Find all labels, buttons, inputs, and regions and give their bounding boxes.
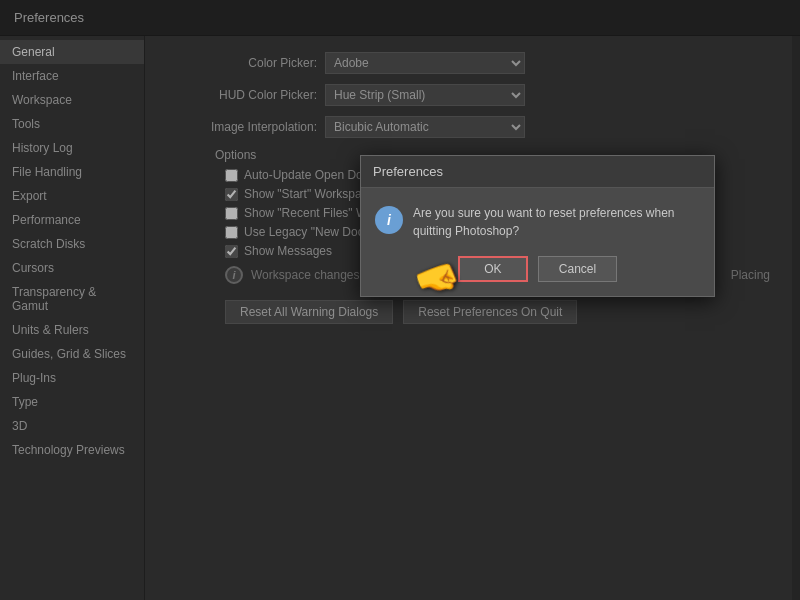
dialog-title: Preferences (373, 164, 443, 179)
dialog-cancel-button[interactable]: Cancel (538, 256, 617, 282)
dialog-body: i Are you sure you want to reset prefere… (361, 188, 714, 252)
dialog-title-bar: Preferences (361, 156, 714, 188)
modal-backdrop (0, 0, 800, 600)
dialog-info-icon: i (375, 206, 403, 234)
dialog-ok-button[interactable]: OK (458, 256, 528, 282)
dialog-message: Are you sure you want to reset preferenc… (413, 204, 700, 240)
